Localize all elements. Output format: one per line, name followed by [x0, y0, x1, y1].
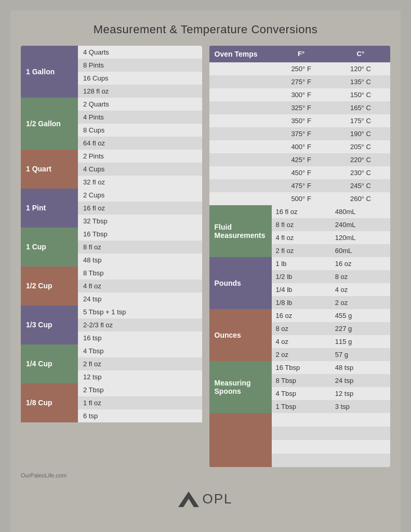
section-col1: 4 Tbsp: [272, 387, 331, 400]
left-label-cell: 1/2 Cup: [21, 267, 78, 305]
extra-bottom-section: [209, 413, 391, 467]
oven-c-cell: 120° C: [331, 62, 390, 75]
section-val-row: 8 oz227 g: [272, 322, 391, 335]
right-table: Oven TempsF°C°250° F120° C275° F135° C30…: [209, 46, 391, 467]
left-label-cell: 1 Cup: [21, 228, 78, 267]
tables-container: 1 Gallon4 Quarts8 Pints16 Cups128 fl oz1…: [21, 46, 390, 467]
section-col2: 57 g: [331, 348, 390, 361]
section-col1: 8 oz: [272, 322, 331, 335]
section-col1: 16 oz: [272, 309, 331, 322]
left-label-cell: 1/3 Cup: [21, 305, 78, 344]
section-label-cell: Ounces: [209, 309, 272, 361]
left-row-group: 1/8 Cup2 Tbsp1 fl oz6 tsp: [21, 383, 202, 422]
left-row-group: 1/3 Cup5 Tbsp + 1 tsp2-2/3 fl oz16 tsp: [21, 305, 202, 344]
left-values-col: 8 Tbsp4 fl oz24 tsp: [78, 267, 202, 305]
section-col1: 1 lb: [272, 257, 331, 270]
left-val-row: 32 fl oz: [78, 176, 202, 189]
left-val-row: 32 Tbsp: [78, 215, 202, 228]
left-row-group: 1 Gallon4 Quarts8 Pints16 Cups128 fl oz: [21, 46, 202, 98]
left-label-cell: 1 Gallon: [21, 46, 78, 98]
left-values-col: 5 Tbsp + 1 tsp2-2/3 fl oz16 tsp: [78, 305, 202, 344]
section-val-row: 8 fl oz240mL: [272, 218, 391, 231]
left-val-row: 2-2/3 fl oz: [78, 318, 202, 331]
section-val-row: 1/4 lb4 oz: [272, 283, 391, 296]
oven-f-cell: 325° F: [272, 101, 331, 114]
left-val-row: 12 tsp: [78, 370, 202, 383]
left-row-group: 1/4 Cup4 Tbsp2 fl oz12 tsp: [21, 344, 202, 383]
left-val-row: 4 Quarts: [78, 46, 202, 59]
left-val-row: 8 Tbsp: [78, 267, 202, 280]
oven-data-row: 500° F260° C: [209, 192, 391, 205]
left-values-col: 4 Tbsp2 fl oz12 tsp: [78, 344, 202, 383]
oven-data-row: 400° F205° C: [209, 140, 391, 153]
left-val-row: 16 tsp: [78, 331, 202, 344]
section-label-cell: Measuring Spoons: [209, 361, 272, 413]
section-col2: 455 g: [331, 309, 390, 322]
section-col2: 115 g: [331, 335, 390, 348]
section-col2: 48 tsp: [331, 361, 390, 374]
right-group: Measuring Spoons16 Tbsp48 tsp8 Tbsp24 ts…: [209, 361, 391, 413]
oven-data-row: 475° F245° C: [209, 179, 391, 192]
oven-data-row: 350° F175° C: [209, 114, 391, 127]
section-val-row: 8 Tbsp24 tsp: [272, 374, 391, 387]
f-header: F°: [272, 46, 331, 62]
c-header: C°: [331, 46, 390, 62]
oven-c-cell: 205° C: [331, 140, 390, 153]
left-val-row: 6 tsp: [78, 409, 202, 422]
oven-data-row: 425° F220° C: [209, 153, 391, 166]
section-val-row: 4 Tbsp12 tsp: [272, 387, 391, 400]
left-values-col: 2 Pints4 Cups32 fl oz: [78, 150, 202, 189]
left-val-row: 64 fl oz: [78, 137, 202, 150]
oven-temps-section: Oven TempsF°C°250° F120° C275° F135° C30…: [209, 46, 391, 205]
section-col1: 4 fl oz: [272, 231, 331, 244]
right-group: Pounds1 lb16 oz1/2 lb8 oz1/4 lb4 oz1/8 l…: [209, 257, 391, 309]
section-val-row: 1 Tbsp3 tsp: [272, 400, 391, 413]
page-wrapper: Measurement & Temperature Conversions 1 …: [10, 10, 401, 532]
left-val-row: 1 fl oz: [78, 396, 202, 409]
section-col2: 120mL: [331, 231, 390, 244]
section-col1: 1/4 lb: [272, 283, 331, 296]
section-col2: 16 oz: [331, 257, 390, 270]
section-col1: 4 oz: [272, 335, 331, 348]
left-val-row: 4 fl oz: [78, 280, 202, 292]
section-val-row: 1/8 lb2 oz: [272, 296, 391, 309]
oven-f-cell: 500° F: [272, 192, 331, 205]
left-row-group: 1/2 Gallon2 Quarts4 Pints8 Cups64 fl oz: [21, 98, 202, 150]
oven-f-cell: 475° F: [272, 179, 331, 192]
section-col1: 8 fl oz: [272, 218, 331, 231]
watermark: OurPaleoLife.com: [21, 470, 213, 481]
left-row-group: 1/2 Cup8 Tbsp4 fl oz24 tsp: [21, 267, 202, 305]
section-col1: 1 Tbsp: [272, 400, 331, 413]
oven-data-row: 300° F150° C: [209, 88, 391, 101]
left-values-col: 2 Cups16 fl oz32 Tbsp: [78, 189, 202, 228]
section-val-row: 4 fl oz120mL: [272, 231, 391, 244]
section-col1: 16 fl oz: [272, 205, 331, 218]
left-val-row: 4 Pints: [78, 111, 202, 124]
right-group: Fluid Measurements16 fl oz480mL8 fl oz24…: [209, 205, 391, 257]
oven-c-cell: 135° C: [331, 75, 390, 88]
left-val-row: 4 Cups: [78, 163, 202, 176]
left-val-row: 4 Tbsp: [78, 344, 202, 357]
section-values-col: 16 Tbsp48 tsp8 Tbsp24 tsp4 Tbsp12 tsp1 T…: [272, 361, 391, 413]
left-val-row: 16 fl oz: [78, 202, 202, 215]
left-values-col: 2 Tbsp1 fl oz6 tsp: [78, 383, 202, 422]
section-col1: 8 Tbsp: [272, 374, 331, 387]
section-values-col: 16 oz455 g8 oz227 g4 oz115 g2 oz57 g: [272, 309, 391, 361]
left-val-row: 16 Tbsp: [78, 228, 202, 241]
section-values-col: 1 lb16 oz1/2 lb8 oz1/4 lb4 oz1/8 lb2 oz: [272, 257, 391, 309]
oven-c-cell: 260° C: [331, 192, 390, 205]
left-label-cell: 1/2 Gallon: [21, 98, 78, 150]
oven-data-row: 275° F135° C: [209, 75, 391, 88]
section-col2: 24 tsp: [331, 374, 390, 387]
left-label-cell: 1/4 Cup: [21, 344, 78, 383]
section-label-cell: Pounds: [209, 257, 272, 309]
oven-c-cell: 165° C: [331, 101, 390, 114]
left-row-group: 1 Pint2 Cups16 fl oz32 Tbsp: [21, 189, 202, 228]
section-val-row: 16 fl oz480mL: [272, 205, 391, 218]
oven-f-cell: 275° F: [272, 75, 331, 88]
section-values-col: 16 fl oz480mL8 fl oz240mL4 fl oz120mL2 f…: [272, 205, 391, 257]
left-val-row: 128 fl oz: [78, 85, 202, 98]
section-col1: 1/8 lb: [272, 296, 331, 309]
oven-f-cell: 350° F: [272, 114, 331, 127]
section-col1: 1/2 lb: [272, 270, 331, 283]
